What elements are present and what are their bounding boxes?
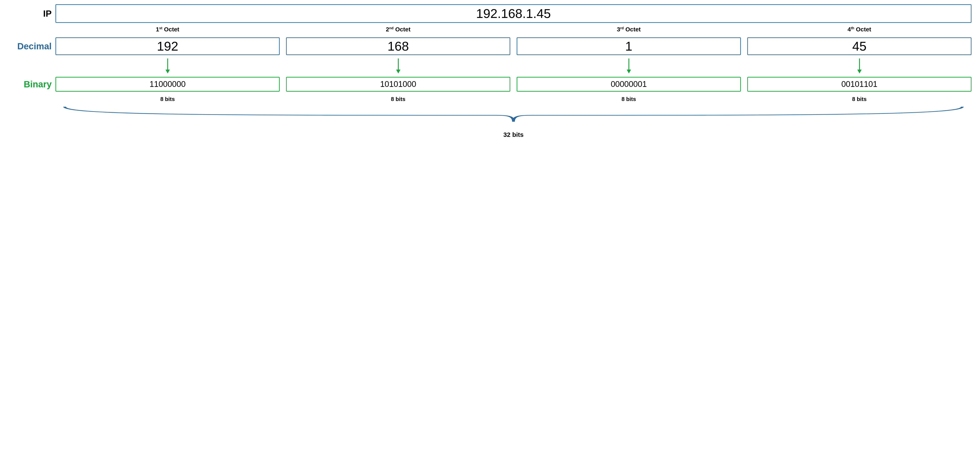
bits-label: 8 bits	[286, 96, 510, 102]
octet-title: 4th Octet	[747, 26, 972, 33]
arrows-row	[8, 57, 972, 75]
svg-marker-5	[627, 70, 631, 73]
total-bits-label: 32 bits	[56, 131, 972, 138]
arrow-down-icon	[164, 59, 171, 73]
decimal-label: Decimal	[8, 41, 56, 51]
bits-labels-row: 8 bits 8 bits 8 bits 8 bits	[8, 94, 972, 102]
bits-label: 8 bits	[56, 96, 280, 102]
binary-octet-box: 00000001	[517, 77, 741, 92]
arrow-down-icon	[856, 59, 863, 73]
decimal-octet-box: 45	[747, 37, 972, 55]
arrow-down-icon	[626, 59, 632, 73]
octet-title: 1st Octet	[56, 26, 280, 33]
binary-octet-box: 10101000	[286, 77, 510, 92]
decimal-octet-box: 1	[517, 37, 741, 55]
ip-address-box: 192.168.1.45	[56, 4, 972, 23]
octet-title: 2nd Octet	[286, 26, 510, 33]
binary-octet-box: 11000000	[56, 77, 280, 92]
brace-icon	[56, 105, 972, 130]
decimal-octet-box: 192	[56, 37, 280, 55]
bits-label: 8 bits	[747, 96, 972, 102]
svg-marker-1	[165, 70, 170, 73]
total-bits-brace: 32 bits	[56, 105, 972, 138]
arrow-down-icon	[395, 59, 401, 73]
decimal-octet-box: 168	[286, 37, 510, 55]
binary-row: Binary 11000000 10101000 00000001 001011…	[8, 77, 972, 92]
ip-row: IP 192.168.1.45	[8, 4, 972, 23]
ip-label: IP	[8, 8, 56, 19]
binary-label: Binary	[8, 79, 56, 89]
decimal-row: Decimal 192 168 1 45	[8, 37, 972, 55]
svg-marker-7	[858, 70, 862, 73]
binary-octet-box: 00101101	[747, 77, 972, 92]
svg-marker-3	[396, 70, 400, 73]
bits-label: 8 bits	[517, 96, 741, 102]
octet-titles-row: . 1st Octet 2nd Octet 3rd Octet 4th Octe…	[8, 25, 972, 35]
octet-title: 3rd Octet	[517, 26, 741, 33]
